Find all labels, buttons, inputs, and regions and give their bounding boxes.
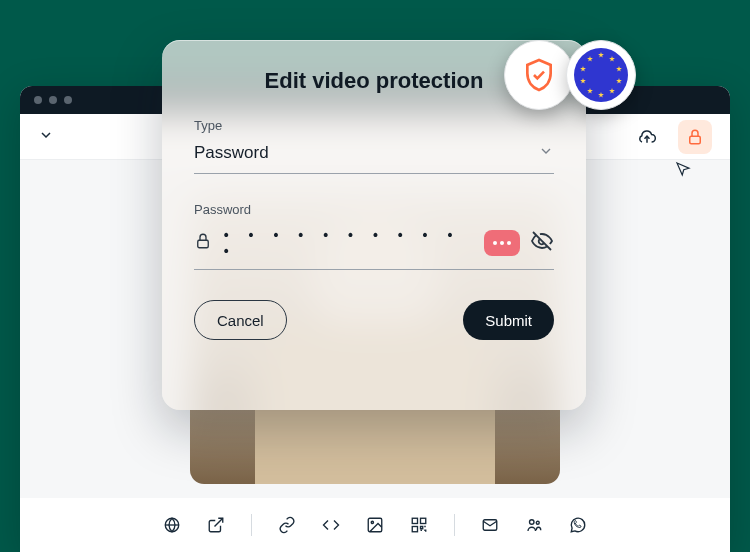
external-link-icon[interactable] [207,516,225,534]
share-toolbar [20,498,730,552]
svg-rect-11 [198,240,209,248]
password-label: Password [194,202,554,217]
whatsapp-icon[interactable] [569,516,587,534]
eye-off-icon[interactable] [530,229,554,257]
teams-icon[interactable] [525,516,543,534]
lock-button[interactable] [678,120,712,154]
modal-actions: Cancel Submit [194,300,554,340]
svg-point-4 [371,521,373,523]
eu-flag-badge [566,40,636,110]
svg-point-10 [536,521,539,524]
code-icon[interactable] [322,516,340,534]
type-label: Type [194,118,554,133]
modal-title: Edit video protection [194,68,554,94]
svg-line-2 [215,518,223,526]
qr-icon[interactable] [410,516,428,534]
svg-rect-5 [412,518,417,523]
mail-icon[interactable] [481,516,499,534]
cursor-icon [674,160,692,182]
type-value: Password [194,143,269,163]
toolbar-separator [454,514,455,536]
eu-flag-icon [574,48,628,102]
globe-icon[interactable] [163,516,181,534]
cloud-upload-button[interactable] [630,120,664,154]
link-icon[interactable] [278,516,296,534]
traffic-light-dot [64,96,72,104]
trust-badges [504,40,636,110]
svg-rect-6 [421,518,426,523]
chevron-down-icon[interactable] [38,127,54,147]
lock-icon [194,232,212,254]
traffic-light-dot [34,96,42,104]
svg-rect-7 [412,527,417,532]
svg-point-9 [530,520,535,525]
svg-rect-0 [690,136,701,144]
traffic-light-dot [49,96,57,104]
submit-button[interactable]: Submit [463,300,554,340]
password-input-row: • • • • • • • • • • • [194,227,554,270]
cancel-button[interactable]: Cancel [194,300,287,340]
image-icon[interactable] [366,516,384,534]
password-strength-indicator [484,230,520,256]
protection-type-select[interactable]: Password [194,143,554,174]
chevron-down-icon [538,143,554,163]
shield-verified-badge [504,40,574,110]
toolbar-separator [251,514,252,536]
password-input[interactable]: • • • • • • • • • • • [222,227,474,259]
